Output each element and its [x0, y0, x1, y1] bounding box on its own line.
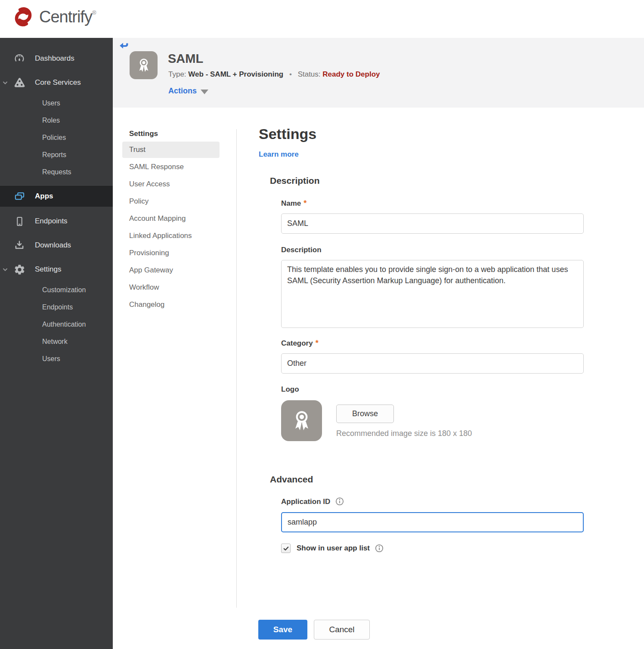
- info-icon[interactable]: [375, 544, 384, 553]
- subnav-item-changelog[interactable]: Changelog: [122, 296, 220, 313]
- form-footer: Save Cancel: [258, 620, 370, 640]
- sidebar-item-settings-users[interactable]: Users: [0, 350, 113, 368]
- checkmark-icon: [283, 545, 289, 552]
- sidebar-item-authentication[interactable]: Authentication: [0, 316, 113, 333]
- brand-name: Centrify®: [39, 8, 96, 26]
- type-label: Type:: [168, 70, 186, 78]
- sidebar-item-label: Downloads: [35, 241, 71, 250]
- download-icon: [13, 240, 26, 251]
- subnav-item-saml-response[interactable]: SAML Response: [122, 158, 220, 176]
- subnav-item-provisioning[interactable]: Provisioning: [122, 244, 220, 262]
- subnav-item-app-gateway[interactable]: App Gateway: [122, 262, 220, 279]
- gauge-icon: [13, 53, 26, 64]
- status-label: Status:: [298, 70, 321, 78]
- application-id-label: Application ID: [281, 497, 344, 506]
- description-label: Description: [281, 246, 322, 254]
- subnav-item-trust[interactable]: Trust: [122, 142, 220, 158]
- subnav-item-linked-applications[interactable]: Linked Applications: [122, 227, 220, 244]
- sidebar-item-apps[interactable]: Apps: [0, 186, 113, 207]
- required-asterisk: *: [303, 199, 307, 207]
- sidebar-item-downloads[interactable]: Downloads: [0, 233, 113, 257]
- content-area: SAML Type: Web - SAML + Provisioning • S…: [113, 38, 644, 649]
- centrify-logo: Centrify®: [12, 5, 96, 28]
- back-arrow-icon[interactable]: [119, 41, 129, 52]
- subnav-header: Settings: [122, 127, 220, 141]
- sidebar-item-network[interactable]: Network: [0, 333, 113, 350]
- advanced-section-heading: Advanced: [270, 474, 313, 485]
- vertical-divider: [236, 129, 237, 608]
- sidebar-item-dashboards[interactable]: Dashboards: [0, 46, 113, 71]
- sidebar-item-endpoints[interactable]: Endpoints: [0, 209, 113, 233]
- sidebar-item-core-services[interactable]: Core Services: [0, 71, 113, 95]
- app-title: SAML: [168, 52, 203, 66]
- sidebar-item-settings[interactable]: Settings: [0, 257, 113, 281]
- app-subnav: Settings Trust SAML Response User Access…: [122, 127, 220, 313]
- sidebar-item-label: Settings: [35, 265, 61, 274]
- sidebar-item-roles[interactable]: Roles: [0, 112, 113, 129]
- app-logo-badge: [130, 51, 158, 79]
- ribbon-award-icon: [288, 407, 316, 435]
- top-brand-bar: Centrify®: [0, 0, 644, 38]
- save-button[interactable]: Save: [258, 620, 307, 640]
- sidebar-item-policies[interactable]: Policies: [0, 129, 113, 146]
- page-body: Settings Trust SAML Response User Access…: [113, 108, 644, 649]
- sidebar-item-requests[interactable]: Requests: [0, 164, 113, 181]
- learn-more-link[interactable]: Learn more: [259, 150, 299, 159]
- subnav-item-policy[interactable]: Policy: [122, 193, 220, 210]
- sidebar-item-settings-endpoints[interactable]: Endpoints: [0, 299, 113, 316]
- type-value: Web - SAML + Provisioning: [188, 70, 283, 78]
- cancel-button[interactable]: Cancel: [314, 620, 370, 640]
- show-in-user-app-list-row: Show in user app list: [281, 544, 384, 553]
- browse-button[interactable]: Browse: [336, 405, 394, 423]
- mobile-icon: [13, 216, 26, 227]
- actions-label: Actions: [168, 87, 197, 96]
- ribbon-award-icon: [134, 56, 154, 75]
- sidebar-item-users[interactable]: Users: [0, 95, 113, 112]
- sidebar-item-label: Endpoints: [35, 217, 68, 226]
- gear-icon: [13, 264, 26, 275]
- description-section-heading: Description: [270, 176, 320, 186]
- actions-dropdown[interactable]: Actions: [168, 87, 208, 96]
- registered-mark: ®: [92, 9, 96, 16]
- logo-size-hint: Recommended image size is 180 x 180: [336, 429, 472, 438]
- show-in-user-app-list-label: Show in user app list: [297, 544, 370, 553]
- sidebar: Dashboards Core Services Users Roles Pol…: [0, 38, 113, 649]
- sidebar-item-reports[interactable]: Reports: [0, 146, 113, 164]
- app-meta-line: Type: Web - SAML + Provisioning • Status…: [168, 70, 380, 79]
- core-services-icon: [13, 77, 26, 88]
- application-id-input[interactable]: [281, 512, 584, 532]
- centrify-swirl-icon: [12, 5, 35, 28]
- subnav-item-workflow[interactable]: Workflow: [122, 279, 220, 296]
- logo-preview: [281, 400, 322, 441]
- sidebar-item-label: Core Services: [35, 78, 81, 87]
- name-label: Name*: [281, 199, 307, 208]
- name-input[interactable]: [281, 213, 584, 234]
- status-value: Ready to Deploy: [322, 70, 380, 78]
- page-title: Settings: [259, 126, 316, 142]
- category-input[interactable]: [281, 353, 584, 374]
- show-in-user-app-list-checkbox[interactable]: [281, 544, 291, 553]
- subnav-item-account-mapping[interactable]: Account Mapping: [122, 210, 220, 227]
- sidebar-item-label: Dashboards: [35, 54, 74, 63]
- chevron-down-icon: [2, 266, 8, 272]
- info-icon[interactable]: [335, 497, 344, 506]
- category-label: Category*: [281, 339, 319, 348]
- sidebar-item-label: Apps: [35, 192, 53, 201]
- logo-label: Logo: [281, 385, 299, 394]
- subnav-item-user-access[interactable]: User Access: [122, 176, 220, 193]
- required-asterisk: *: [316, 339, 319, 347]
- description-textarea[interactable]: This template enables you to provide sin…: [281, 260, 584, 328]
- caret-down-icon: [201, 90, 208, 94]
- apps-icon: [13, 191, 26, 202]
- separator-dot: •: [289, 70, 292, 78]
- app-header-band: SAML Type: Web - SAML + Provisioning • S…: [113, 38, 644, 108]
- chevron-down-icon: [2, 80, 8, 86]
- sidebar-item-customization[interactable]: Customization: [0, 281, 113, 299]
